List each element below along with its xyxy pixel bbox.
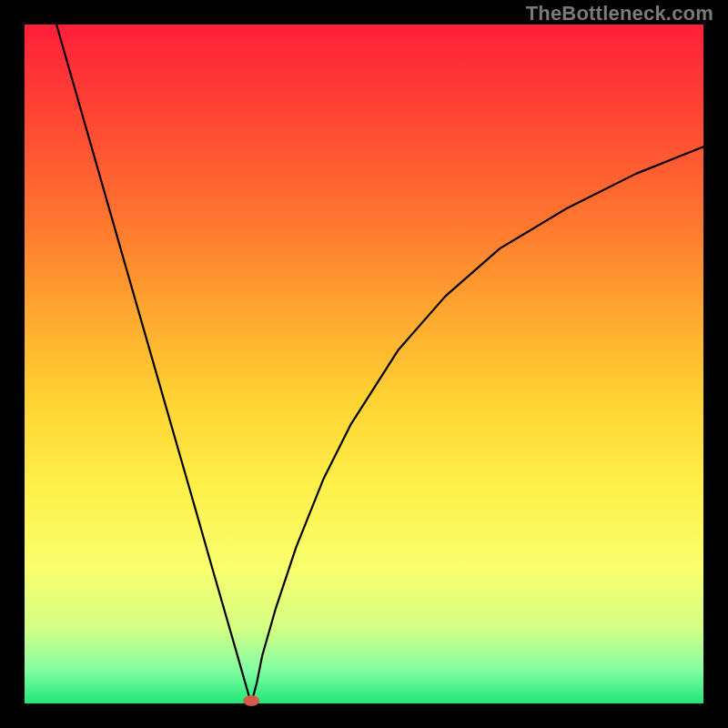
plot-area: [25, 25, 703, 703]
chart-frame: TheBottleneck.com: [0, 0, 728, 728]
minimum-marker: [243, 695, 259, 706]
curve-layer: [25, 25, 703, 703]
series-left-branch: [56, 25, 251, 703]
series-right-branch: [251, 147, 703, 703]
watermark-label: TheBottleneck.com: [526, 2, 713, 25]
